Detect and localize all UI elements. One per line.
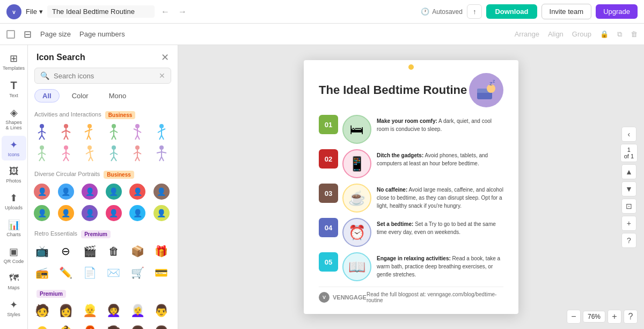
zoom-in-button[interactable]: + [621, 216, 636, 231]
list-item[interactable] [56, 144, 76, 163]
list-item[interactable]: 👱 [80, 301, 99, 320]
svg-line-34 [158, 130, 162, 133]
list-item[interactable] [32, 144, 52, 163]
collapse-right-button[interactable]: ‹ [621, 127, 636, 142]
list-item[interactable]: 👶 [56, 323, 76, 329]
list-item[interactable]: 👤 [128, 203, 147, 223]
list-item[interactable]: 👤 [152, 203, 171, 223]
icon-search-input[interactable] [54, 72, 155, 80]
zoom-in-button-2[interactable]: + [608, 310, 621, 324]
sidebar-item-text[interactable]: T Text [2, 76, 26, 101]
list-item[interactable]: 👩 [56, 301, 76, 320]
zoom-help-button[interactable]: ? [624, 310, 638, 324]
list-item[interactable]: 👦 [152, 323, 171, 329]
list-item[interactable] [128, 144, 147, 163]
list-item[interactable]: ✉️ [104, 263, 123, 282]
svg-line-11 [66, 130, 70, 133]
list-item[interactable] [104, 122, 123, 142]
step-02-icon: 📱 [342, 149, 371, 178]
grid-icon[interactable]: ⊟ [24, 28, 32, 40]
search-clear-icon[interactable]: ✕ [159, 71, 165, 80]
download-button[interactable]: Download [486, 4, 537, 19]
invite-team-button[interactable]: Invite team [541, 4, 592, 19]
list-item[interactable]: 👤 [104, 182, 123, 201]
scroll-up-button[interactable]: ▲ [621, 164, 636, 179]
list-item[interactable]: 🎬 [80, 242, 99, 261]
sidebar-item-uploads[interactable]: ⬆ Uploads [2, 189, 26, 214]
svg-line-37 [162, 135, 164, 140]
tab-color[interactable]: Color [64, 89, 97, 103]
list-item[interactable] [32, 122, 52, 142]
list-item[interactable]: 👧 [128, 323, 147, 329]
list-item[interactable]: 👩‍🦱 [104, 301, 123, 320]
svg-point-20 [112, 124, 116, 128]
list-item[interactable]: 🗑 [104, 242, 123, 261]
sidebar-item-photos[interactable]: 🖼 Photos [2, 163, 26, 187]
list-item[interactable]: 📄 [80, 263, 99, 282]
list-item[interactable]: 👨 [152, 301, 171, 320]
svg-line-72 [159, 157, 162, 161]
list-item[interactable] [80, 144, 99, 163]
zoom-fit-button[interactable]: ⊡ [621, 199, 636, 214]
list-item[interactable]: ✏️ [56, 263, 76, 282]
list-item[interactable]: 👤 [56, 182, 76, 201]
list-item[interactable]: 📻 [32, 263, 52, 282]
list-item[interactable]: 🧒 [104, 323, 123, 329]
sidebar-item-qrcode[interactable]: ▣ QR Code [2, 243, 26, 267]
sidebar-item-styles[interactable]: ✦ Styles [2, 296, 26, 320]
page-numbers-button[interactable]: Page numbers [79, 30, 125, 38]
tab-mono[interactable]: Mono [101, 89, 135, 103]
list-item[interactable]: 👤 [104, 203, 123, 223]
list-item[interactable]: 👤 [80, 203, 99, 223]
undo-button[interactable]: ← [159, 6, 172, 18]
sidebar-item-icons[interactable]: ✦ Icons [2, 136, 26, 160]
list-item[interactable]: 📺 [32, 242, 52, 261]
list-item[interactable]: 👤 [32, 182, 52, 201]
list-item[interactable]: 👤 [32, 203, 52, 223]
topbar: v File ▾ ← → 🕐 Autosaved ↑ Download Invi… [0, 0, 644, 24]
list-item[interactable]: 👩‍🦰 [80, 323, 99, 329]
list-item[interactable]: 🎁 [152, 242, 171, 261]
premium-badge-2: Premium [36, 290, 66, 298]
icon-panel-close-button[interactable]: ✕ [161, 53, 169, 62]
redo-button[interactable]: → [176, 6, 189, 18]
scroll-down-button[interactable]: ▼ [621, 181, 636, 196]
list-item[interactable]: 👩‍🦳 [128, 301, 147, 320]
list-item[interactable]: 👤 [56, 203, 76, 223]
step-04-num: 04 [319, 218, 338, 237]
help-button[interactable]: ? [621, 233, 636, 248]
list-item[interactable]: ⊖ [56, 242, 76, 261]
svg-line-41 [42, 152, 46, 155]
svg-line-19 [89, 135, 91, 140]
list-item[interactable]: 🧑 [32, 301, 52, 320]
sidebar-item-templates[interactable]: ⊞ Templates [2, 49, 26, 74]
upgrade-button[interactable]: Upgrade [596, 4, 638, 19]
list-item[interactable]: 💳 [152, 263, 171, 282]
sidebar-item-shapes[interactable]: ◈ Shapes & Lines [2, 104, 26, 134]
step-03-icon: ☕ [342, 184, 371, 213]
list-item[interactable] [80, 122, 99, 142]
list-item[interactable]: 👤 [128, 182, 147, 201]
file-menu[interactable]: File ▾ [26, 8, 43, 16]
list-item[interactable] [152, 144, 171, 163]
qrcode-label: QR Code [4, 259, 24, 264]
list-item[interactable]: 🛒 [128, 263, 147, 282]
list-item[interactable]: 👤 [80, 182, 99, 201]
list-item[interactable] [56, 122, 76, 142]
sidebar-item-maps[interactable]: 🗺 Maps [2, 269, 26, 294]
select-all-checkbox[interactable] [6, 30, 15, 39]
tab-all[interactable]: All [34, 89, 60, 103]
list-item[interactable] [152, 122, 171, 142]
zoom-out-button[interactable]: − [567, 310, 581, 324]
document-title-input[interactable] [47, 5, 155, 18]
share-button[interactable]: ↑ [467, 4, 482, 19]
sidebar-item-charts[interactable]: 📊 Charts [2, 216, 26, 240]
list-item[interactable] [128, 122, 147, 142]
svg-point-38 [40, 145, 44, 150]
list-item[interactable]: 👤 [152, 182, 171, 201]
list-item[interactable]: 👴 [32, 323, 52, 329]
step-01-num: 01 [319, 115, 338, 134]
list-item[interactable]: 📦 [128, 242, 147, 261]
list-item[interactable] [104, 144, 123, 163]
page-size-button[interactable]: Page size [40, 30, 71, 38]
